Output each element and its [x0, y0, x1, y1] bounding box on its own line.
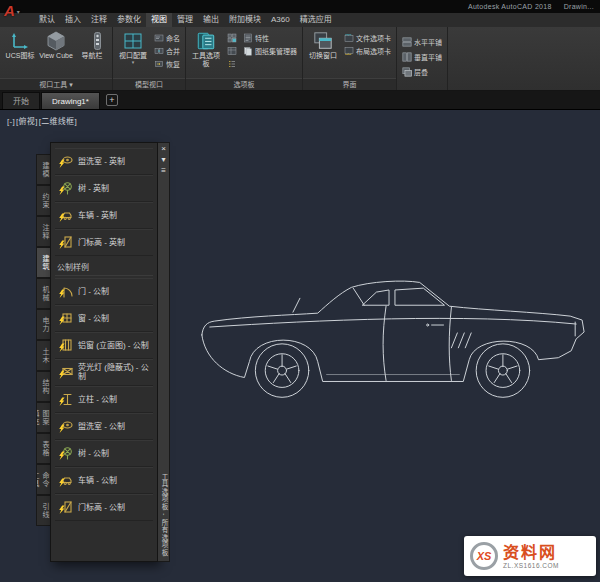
palette-item[interactable]: 铝窗 (立面图) - 公制: [55, 332, 153, 359]
ribbon-group-label[interactable]: 模型视口: [113, 78, 185, 90]
palette-titlebar[interactable]: × ▾ ≡ 工具选项板 - 所有选项板: [158, 142, 170, 562]
cascade-icon: [402, 67, 412, 77]
palette-tab-电力[interactable]: 电力: [36, 309, 50, 340]
ribbon-tab-附加模块[interactable]: 附加模块: [224, 13, 266, 27]
ribbon-tab-管理[interactable]: 管理: [172, 13, 198, 27]
watermark-logo-icon: XS: [470, 542, 498, 570]
light-block-icon: [57, 364, 73, 380]
palette-item[interactable]: 窗 - 公制: [55, 305, 153, 332]
join-icon: [154, 46, 164, 56]
palette-tab-strip: 建模约束注释建筑机械电力土木结构图案填充表格命令工具引线: [36, 154, 50, 526]
ribbon-button-ucs[interactable]: UCS图标: [3, 29, 37, 60]
cube-icon: [46, 31, 66, 51]
ribbon-button-cascade[interactable]: 层叠: [400, 66, 444, 78]
door-block-icon: [57, 283, 73, 299]
alum-block-icon: [57, 337, 73, 353]
app-title: Autodesk AutoCAD 2018: [468, 3, 552, 10]
palette-tab-表格[interactable]: 表格: [36, 433, 50, 464]
application-menu-button[interactable]: A▾: [4, 0, 20, 23]
ribbon-group: UCS图标View Cube导航栏视口工具 ▾: [0, 27, 113, 90]
ribbon-tab-视图[interactable]: 视图: [146, 13, 172, 27]
palette-item[interactable]: 盥洗室 - 公制: [55, 413, 153, 440]
ribbon-button-tilev[interactable]: 垂直平铺: [400, 51, 444, 63]
palette-tab-结构[interactable]: 结构: [36, 371, 50, 402]
ribbon-tab-默认[interactable]: 默认: [34, 13, 60, 27]
palette-tab-注释[interactable]: 注释: [36, 216, 50, 247]
washroom-block-icon: [57, 153, 73, 169]
vehicle-block-icon: [57, 472, 73, 488]
tileh-icon: [402, 37, 412, 47]
ribbon-button-cube[interactable]: View Cube: [39, 29, 73, 60]
tilev-icon: [402, 52, 412, 62]
palette-tab-命令工具[interactable]: 命令工具: [36, 464, 50, 495]
palette-tab-图案填充[interactable]: 图案填充: [36, 402, 50, 433]
ribbon-tab-bar: 默认插入注释参数化视图管理输出附加模块A360精选应用: [0, 13, 600, 27]
palette-tab-机械[interactable]: 机械: [36, 278, 50, 309]
palette-item[interactable]: 树 - 公制: [55, 440, 153, 467]
ribbon-button-blocks[interactable]: [225, 32, 239, 44]
ribbon-button-filetabs[interactable]: 文件选项卡: [342, 32, 393, 44]
palette-item[interactable]: 门标高 - 公制: [55, 494, 153, 521]
ribbon-button-switch[interactable]: 切换窗口: [306, 29, 340, 60]
palette-icon: [196, 31, 216, 51]
palette-tab-建筑[interactable]: 建筑: [36, 247, 50, 278]
ucs-icon: [10, 31, 30, 51]
palette-tab-约束[interactable]: 约束: [36, 185, 50, 216]
viewport-minimize-control[interactable]: [-]: [7, 117, 15, 126]
ribbon-tab-插入[interactable]: 插入: [60, 13, 86, 27]
auto-hide-icon[interactable]: ▾: [158, 154, 169, 165]
palette-item[interactable]: 立柱 - 公制: [55, 386, 153, 413]
ribbon-button-count[interactable]: [225, 58, 239, 70]
ribbon-button-named[interactable]: 命名: [152, 32, 182, 44]
ribbon-tab-A360[interactable]: A360: [266, 13, 295, 27]
file-tab-bar: 开始Drawing1*+: [0, 91, 600, 110]
palette-item[interactable]: 车辆 - 英制: [55, 202, 153, 229]
palette-title: 工具选项板 - 所有选项板: [158, 473, 169, 557]
file-tab-开始[interactable]: 开始: [2, 92, 40, 109]
file-tab-Drawing1*[interactable]: Drawing1*: [41, 92, 100, 109]
ribbon-button-restore[interactable]: 恢复: [152, 58, 182, 70]
ribbon-button-tileh[interactable]: 水平平铺: [400, 36, 444, 48]
palette-item[interactable]: 树 - 英制: [55, 175, 153, 202]
close-icon[interactable]: ×: [158, 143, 169, 154]
ribbon-button-viewport[interactable]: 视口配置▾: [116, 29, 150, 65]
ribbon-button-props[interactable]: 特性: [241, 32, 299, 44]
palette-item[interactable]: 荧光灯 (隐蔽式) - 公制: [55, 359, 153, 386]
ribbon-group: 切换窗口文件选项卡布局选项卡界面: [303, 27, 397, 90]
ribbon-tab-精选应用[interactable]: 精选应用: [295, 13, 337, 27]
palette-body: 盥洗室 - 英制树 - 英制车辆 - 英制门标高 - 英制 公制样例 门 - 公…: [50, 142, 158, 562]
drawing-canvas[interactable]: [-][俯视][二维线框]: [0, 110, 600, 582]
vehicle-block-icon: [57, 207, 73, 223]
ribbon-button-propgrid[interactable]: [225, 45, 239, 57]
palette-tab-建模[interactable]: 建模: [36, 154, 50, 185]
viewport-view-control[interactable]: [俯视]: [16, 117, 38, 126]
ribbon-tab-输出[interactable]: 输出: [198, 13, 224, 27]
ribbon-group: 视口配置▾命名合并恢复模型视口: [113, 27, 186, 90]
viewport-icon: [123, 31, 143, 51]
ribbon-button-sheetset[interactable]: 图纸集管理器: [241, 45, 299, 57]
palette-item[interactable]: 盥洗室 - 英制: [55, 148, 153, 175]
properties-icon[interactable]: ≡: [158, 165, 169, 176]
title-bar: Autodesk AutoCAD 2018 Drawin...: [0, 0, 600, 13]
ribbon-tab-参数化[interactable]: 参数化: [112, 13, 146, 27]
viewport-visual-style-control[interactable]: [二维线框]: [39, 117, 77, 126]
chevron-down-icon: ▾: [17, 9, 20, 15]
ribbon-button-join[interactable]: 合并: [152, 45, 182, 57]
ribbon-button-layouttabs[interactable]: 布局选项卡: [342, 45, 393, 57]
palette-item[interactable]: 门 - 公制: [55, 278, 153, 305]
palette-tab-土木[interactable]: 土木: [36, 340, 50, 371]
navbar-icon: [82, 31, 102, 51]
new-tab-button[interactable]: +: [106, 94, 118, 106]
watermark-brand: 资料网: [503, 544, 557, 562]
ribbon-button-navbar[interactable]: 导航栏: [75, 29, 109, 60]
palette-tab-引线[interactable]: 引线: [36, 495, 50, 526]
ribbon-group-label[interactable]: 视口工具 ▾: [0, 78, 112, 90]
ribbon-button-palette[interactable]: 工具选项板: [189, 29, 223, 68]
palette-item[interactable]: 车辆 - 公制: [55, 467, 153, 494]
watermark: XS 资料网 ZL.XS1616.COM: [464, 536, 596, 576]
ribbon-group-label[interactable]: 界面: [303, 78, 396, 90]
palette-item[interactable]: 门标高 - 英制: [55, 229, 153, 256]
ribbon-tab-注释[interactable]: 注释: [86, 13, 112, 27]
ribbon-group-label[interactable]: 选项板: [186, 78, 302, 90]
car-drawing: [188, 243, 594, 413]
